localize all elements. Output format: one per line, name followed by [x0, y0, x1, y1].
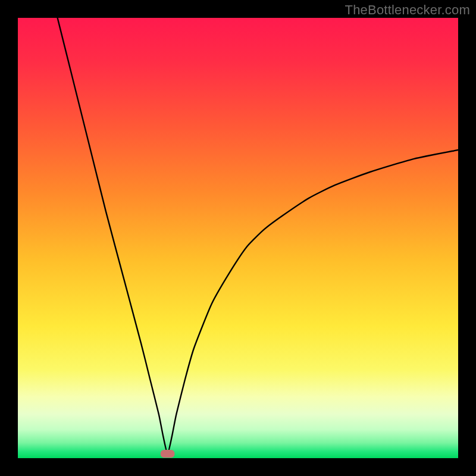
optimal-point-marker — [161, 450, 175, 458]
gradient-background — [18, 18, 458, 458]
chart-frame — [18, 18, 458, 458]
watermark-text: TheBottlenecker.com — [345, 2, 470, 18]
bottleneck-chart — [18, 18, 458, 458]
